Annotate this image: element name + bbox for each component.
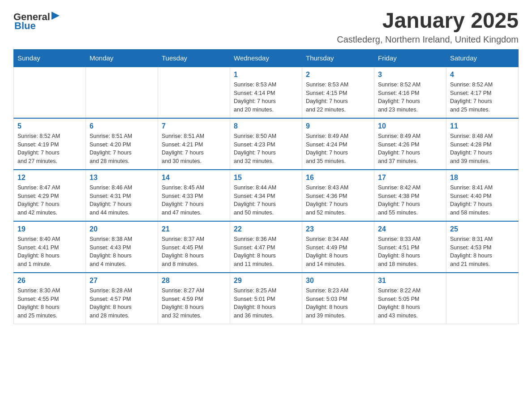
day-info: Sunrise: 8:36 AM Sunset: 4:47 PM Dayligh… <box>234 235 298 269</box>
svg-marker-0 <box>51 12 60 20</box>
calendar-cell: 20Sunrise: 8:38 AM Sunset: 4:43 PM Dayli… <box>86 221 158 273</box>
day-info: Sunrise: 8:34 AM Sunset: 4:49 PM Dayligh… <box>306 235 370 269</box>
day-number: 8 <box>234 122 298 130</box>
day-info: Sunrise: 8:22 AM Sunset: 5:05 PM Dayligh… <box>378 287 442 320</box>
day-number: 22 <box>234 225 298 233</box>
day-number: 25 <box>450 225 515 233</box>
day-info: Sunrise: 8:33 AM Sunset: 4:51 PM Dayligh… <box>378 235 442 269</box>
calendar-cell: 29Sunrise: 8:25 AM Sunset: 5:01 PM Dayli… <box>230 273 302 324</box>
calendar-cell: 25Sunrise: 8:31 AM Sunset: 4:53 PM Dayli… <box>446 221 519 273</box>
day-info: Sunrise: 8:52 AM Sunset: 4:17 PM Dayligh… <box>450 81 515 114</box>
calendar-cell: 30Sunrise: 8:23 AM Sunset: 5:03 PM Dayli… <box>302 273 374 324</box>
day-number: 20 <box>90 225 154 233</box>
day-info: Sunrise: 8:48 AM Sunset: 4:28 PM Dayligh… <box>450 132 515 166</box>
day-info: Sunrise: 8:31 AM Sunset: 4:53 PM Dayligh… <box>450 235 515 269</box>
day-number: 14 <box>162 174 226 182</box>
calendar-cell: 23Sunrise: 8:34 AM Sunset: 4:49 PM Dayli… <box>302 221 374 273</box>
calendar-week-row: 12Sunrise: 8:47 AM Sunset: 4:29 PM Dayli… <box>14 170 519 221</box>
day-info: Sunrise: 8:52 AM Sunset: 4:16 PM Dayligh… <box>378 81 442 114</box>
page-header: General Blue January 2025 Castlederg, No… <box>13 9 519 45</box>
day-number: 21 <box>162 225 226 233</box>
col-header-tuesday: Tuesday <box>158 49 230 67</box>
logo-text-blue: Blue <box>14 20 36 32</box>
day-number: 13 <box>90 174 154 182</box>
calendar-cell <box>14 67 86 118</box>
calendar-cell: 9Sunrise: 8:49 AM Sunset: 4:24 PM Daylig… <box>302 118 374 170</box>
day-number: 27 <box>90 277 154 285</box>
day-info: Sunrise: 8:30 AM Sunset: 4:55 PM Dayligh… <box>17 287 82 320</box>
day-number: 17 <box>378 174 442 182</box>
calendar-cell: 19Sunrise: 8:40 AM Sunset: 4:41 PM Dayli… <box>14 221 86 273</box>
day-info: Sunrise: 8:43 AM Sunset: 4:36 PM Dayligh… <box>306 184 370 217</box>
calendar-week-row: 19Sunrise: 8:40 AM Sunset: 4:41 PM Dayli… <box>14 221 519 273</box>
day-info: Sunrise: 8:49 AM Sunset: 4:24 PM Dayligh… <box>306 132 370 166</box>
day-info: Sunrise: 8:49 AM Sunset: 4:26 PM Dayligh… <box>378 132 442 166</box>
day-number: 31 <box>378 277 442 285</box>
calendar-cell: 11Sunrise: 8:48 AM Sunset: 4:28 PM Dayli… <box>446 118 519 170</box>
col-header-sunday: Sunday <box>14 49 86 67</box>
col-header-thursday: Thursday <box>302 49 374 67</box>
day-info: Sunrise: 8:40 AM Sunset: 4:41 PM Dayligh… <box>17 235 82 269</box>
day-number: 10 <box>378 122 442 130</box>
location-title: Castlederg, Northern Ireland, United Kin… <box>337 34 519 45</box>
day-info: Sunrise: 8:42 AM Sunset: 4:38 PM Dayligh… <box>378 184 442 217</box>
day-info: Sunrise: 8:50 AM Sunset: 4:23 PM Dayligh… <box>234 132 298 166</box>
day-info: Sunrise: 8:23 AM Sunset: 5:03 PM Dayligh… <box>306 287 370 320</box>
calendar-week-row: 26Sunrise: 8:30 AM Sunset: 4:55 PM Dayli… <box>14 273 519 324</box>
calendar-cell: 28Sunrise: 8:27 AM Sunset: 4:59 PM Dayli… <box>158 273 230 324</box>
calendar-cell: 12Sunrise: 8:47 AM Sunset: 4:29 PM Dayli… <box>14 170 86 221</box>
calendar-header-row: SundayMondayTuesdayWednesdayThursdayFrid… <box>14 49 519 67</box>
day-number: 6 <box>90 122 154 130</box>
day-number: 11 <box>450 122 515 130</box>
month-title: January 2025 <box>337 9 519 33</box>
col-header-friday: Friday <box>374 49 446 67</box>
calendar-cell: 21Sunrise: 8:37 AM Sunset: 4:45 PM Dayli… <box>158 221 230 273</box>
day-number: 5 <box>17 122 82 130</box>
day-info: Sunrise: 8:25 AM Sunset: 5:01 PM Dayligh… <box>234 287 298 320</box>
day-info: Sunrise: 8:51 AM Sunset: 4:21 PM Dayligh… <box>162 132 226 166</box>
calendar-week-row: 5Sunrise: 8:52 AM Sunset: 4:19 PM Daylig… <box>14 118 519 170</box>
calendar-cell: 17Sunrise: 8:42 AM Sunset: 4:38 PM Dayli… <box>374 170 446 221</box>
day-number: 12 <box>17 174 82 182</box>
calendar-week-row: 1Sunrise: 8:53 AM Sunset: 4:14 PM Daylig… <box>14 67 519 118</box>
calendar-cell: 6Sunrise: 8:51 AM Sunset: 4:20 PM Daylig… <box>86 118 158 170</box>
col-header-saturday: Saturday <box>446 49 519 67</box>
calendar-cell: 15Sunrise: 8:44 AM Sunset: 4:34 PM Dayli… <box>230 170 302 221</box>
calendar-cell: 16Sunrise: 8:43 AM Sunset: 4:36 PM Dayli… <box>302 170 374 221</box>
day-info: Sunrise: 8:38 AM Sunset: 4:43 PM Dayligh… <box>90 235 154 269</box>
day-number: 24 <box>378 225 442 233</box>
calendar-cell: 31Sunrise: 8:22 AM Sunset: 5:05 PM Dayli… <box>374 273 446 324</box>
day-number: 29 <box>234 277 298 285</box>
day-info: Sunrise: 8:27 AM Sunset: 4:59 PM Dayligh… <box>162 287 226 320</box>
calendar-cell: 13Sunrise: 8:46 AM Sunset: 4:31 PM Dayli… <box>86 170 158 221</box>
logo-arrow-icon <box>51 12 60 20</box>
day-info: Sunrise: 8:41 AM Sunset: 4:40 PM Dayligh… <box>450 184 515 217</box>
day-number: 2 <box>306 71 370 79</box>
day-info: Sunrise: 8:52 AM Sunset: 4:19 PM Dayligh… <box>17 132 82 166</box>
day-info: Sunrise: 8:51 AM Sunset: 4:20 PM Dayligh… <box>90 132 154 166</box>
day-info: Sunrise: 8:37 AM Sunset: 4:45 PM Dayligh… <box>162 235 226 269</box>
calendar-table: SundayMondayTuesdayWednesdayThursdayFrid… <box>13 49 519 324</box>
day-number: 28 <box>162 277 226 285</box>
day-info: Sunrise: 8:47 AM Sunset: 4:29 PM Dayligh… <box>17 184 82 217</box>
calendar-cell: 18Sunrise: 8:41 AM Sunset: 4:40 PM Dayli… <box>446 170 519 221</box>
calendar-cell: 10Sunrise: 8:49 AM Sunset: 4:26 PM Dayli… <box>374 118 446 170</box>
col-header-monday: Monday <box>86 49 158 67</box>
day-number: 7 <box>162 122 226 130</box>
calendar-cell: 14Sunrise: 8:45 AM Sunset: 4:33 PM Dayli… <box>158 170 230 221</box>
calendar-cell <box>446 273 519 324</box>
calendar-cell: 26Sunrise: 8:30 AM Sunset: 4:55 PM Dayli… <box>14 273 86 324</box>
day-number: 4 <box>450 71 515 79</box>
calendar-cell: 27Sunrise: 8:28 AM Sunset: 4:57 PM Dayli… <box>86 273 158 324</box>
calendar-cell <box>86 67 158 118</box>
day-info: Sunrise: 8:53 AM Sunset: 4:14 PM Dayligh… <box>234 81 298 114</box>
calendar-cell: 1Sunrise: 8:53 AM Sunset: 4:14 PM Daylig… <box>230 67 302 118</box>
calendar-cell <box>158 67 230 118</box>
day-info: Sunrise: 8:45 AM Sunset: 4:33 PM Dayligh… <box>162 184 226 217</box>
col-header-wednesday: Wednesday <box>230 49 302 67</box>
day-number: 3 <box>378 71 442 79</box>
logo: General Blue <box>13 11 60 32</box>
day-info: Sunrise: 8:28 AM Sunset: 4:57 PM Dayligh… <box>90 287 154 320</box>
day-number: 1 <box>234 71 298 79</box>
day-number: 15 <box>234 174 298 182</box>
